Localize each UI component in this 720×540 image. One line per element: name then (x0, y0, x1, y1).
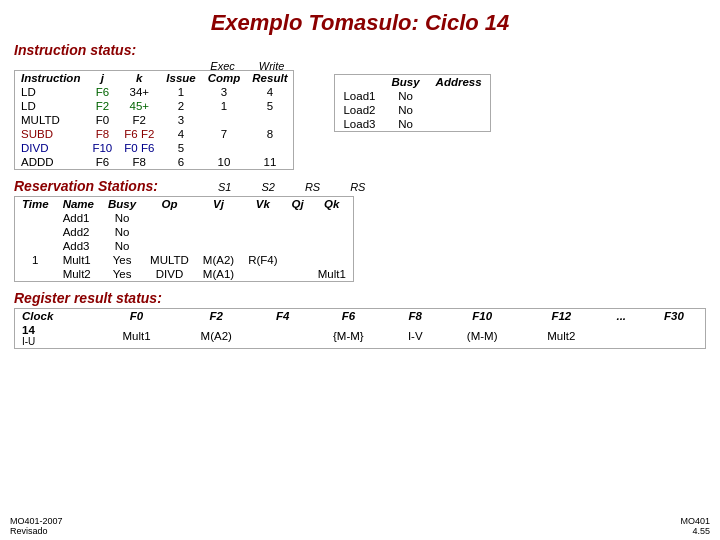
col-j: j (86, 71, 118, 86)
reg-col-f30: F30 (643, 309, 706, 324)
reg-col-f0: F0 (98, 309, 175, 324)
register-result-title: Register result status: (14, 290, 706, 306)
res-name: Add2 (56, 225, 101, 239)
res-time (15, 211, 56, 225)
exec-header: Exec (210, 60, 234, 72)
res-op (143, 225, 196, 239)
res-vj: M(A2) (196, 253, 241, 267)
instr-issue: 6 (160, 155, 201, 170)
instr-result (246, 113, 294, 127)
res-op (143, 239, 196, 253)
res-vk (241, 225, 284, 239)
reg-val-f12: Mult2 (523, 323, 600, 349)
res-busy: No (101, 225, 143, 239)
instr-name: MULTD (15, 113, 87, 127)
load-row: Load2 No (335, 103, 490, 117)
res-col-qj: Qj (285, 197, 311, 212)
reg-val-f2: M(A2) (175, 323, 258, 349)
load-busy: No (383, 117, 427, 132)
reg-col-f8: F8 (389, 309, 441, 324)
res-vk: R(F4) (241, 253, 284, 267)
reg-col-f12: F12 (523, 309, 600, 324)
load-busy: No (383, 89, 427, 103)
res-table-header: Time Name Busy Op Vj Vk Qj Qk (15, 197, 354, 212)
instr-issue: 1 (160, 85, 201, 99)
res-time (15, 239, 56, 253)
col-result: Result (246, 71, 294, 86)
instr-j: F10 (86, 141, 118, 155)
instr-comp: 7 (202, 127, 247, 141)
res-qj (285, 239, 311, 253)
instr-table-header: Instruction j k Issue Comp Result (15, 71, 294, 86)
instr-k-combined: F0 F6 (118, 141, 160, 155)
reg-val-f30 (643, 323, 706, 349)
s1-header: S1 (218, 181, 231, 193)
reg-table-header: Clock F0 F2 F4 F6 F8 F10 F12 ... F30 (15, 309, 706, 324)
res-busy: Yes (101, 253, 143, 267)
instr-result: 5 (246, 99, 294, 113)
reg-val-f6: {M-M} (308, 323, 389, 349)
s2-header: S2 (261, 181, 274, 193)
res-qj (285, 253, 311, 267)
col-instruction: Instruction (15, 71, 87, 86)
rs-qj-header: RS (305, 181, 320, 193)
res-qj (285, 267, 311, 282)
res-qj (285, 225, 311, 239)
load-col-name (335, 75, 383, 90)
table-row: LD F6 34+ 1 3 4 (15, 85, 294, 99)
instr-result: 4 (246, 85, 294, 99)
reg-clock-value: 14 I-U (15, 323, 99, 349)
res-col-qk: Qk (311, 197, 354, 212)
col-comp: Comp (202, 71, 247, 86)
reg-val-f4 (258, 323, 308, 349)
instr-name: ADDD (15, 155, 87, 170)
instr-comp (202, 141, 247, 155)
res-time (15, 225, 56, 239)
instr-issue: 4 (160, 127, 201, 141)
instruction-status-title: Instruction status: (14, 42, 294, 58)
instr-name: LD (15, 85, 87, 99)
reg-col-f6: F6 (308, 309, 389, 324)
footer-left: MO401-2007 Revisado (10, 516, 63, 536)
table-row: MULTD F0 F2 3 (15, 113, 294, 127)
instr-j: F6 (86, 85, 118, 99)
load-address (428, 89, 491, 103)
table-row: SUBD F8 F6 F2 4 7 8 (15, 127, 294, 141)
reg-col-f4: F4 (258, 309, 308, 324)
table-row: DIVD F10 F0 F6 5 (15, 141, 294, 155)
res-op (143, 211, 196, 225)
instr-k-val: F6 F2 (118, 127, 160, 141)
instr-result: 8 (246, 127, 294, 141)
res-op: MULTD (143, 253, 196, 267)
load-address (428, 117, 491, 132)
reg-col-f10: F10 (441, 309, 522, 324)
res-col-time: Time (15, 197, 56, 212)
instr-k: F2 (118, 113, 160, 127)
res-name: Mult1 (56, 253, 101, 267)
table-row: LD F2 45+ 2 1 5 (15, 99, 294, 113)
load-name: Load3 (335, 117, 383, 132)
load-row: Load1 No (335, 89, 490, 103)
res-name: Mult2 (56, 267, 101, 282)
res-busy: No (101, 211, 143, 225)
res-vj (196, 239, 241, 253)
reservation-stations-title: Reservation Stations: (14, 178, 158, 194)
write-header: Write (259, 60, 285, 72)
res-row: Add1 No (15, 211, 354, 225)
reg-col-f2: F2 (175, 309, 258, 324)
load-address (428, 103, 491, 117)
res-name: Add3 (56, 239, 101, 253)
instr-comp: 3 (202, 85, 247, 99)
res-vj: M(A1) (196, 267, 241, 282)
res-time: 1 (15, 253, 56, 267)
load-busy: No (383, 103, 427, 117)
instr-issue: 2 (160, 99, 201, 113)
res-qk (311, 211, 354, 225)
res-vj (196, 211, 241, 225)
reg-val-f10: (M-M) (441, 323, 522, 349)
instr-j: F6 (86, 155, 118, 170)
res-qk (311, 253, 354, 267)
res-vk (241, 239, 284, 253)
res-vj (196, 225, 241, 239)
reg-val-f0: Mult1 (98, 323, 175, 349)
